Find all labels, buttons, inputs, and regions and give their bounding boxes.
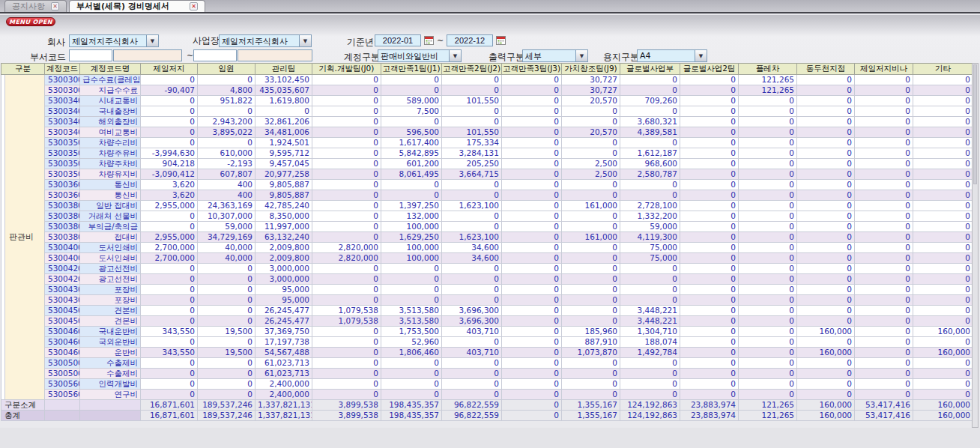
value-cell[interactable]: 3,664,715 <box>442 169 502 180</box>
value-cell[interactable]: 0 <box>797 169 855 180</box>
value-cell[interactable]: 0 <box>855 295 913 306</box>
value-cell[interactable]: 0 <box>913 169 973 180</box>
value-cell[interactable]: 0 <box>680 211 739 222</box>
account-code-cell[interactable]: 53003600 <box>45 190 80 201</box>
value-cell[interactable]: 54,567,488 <box>255 348 312 358</box>
value-cell[interactable]: 0 <box>442 222 502 232</box>
value-cell[interactable]: 0 <box>739 127 797 138</box>
value-cell[interactable]: 0 <box>680 75 739 85</box>
value-cell[interactable]: 0 <box>739 180 797 190</box>
account-name-cell[interactable]: 연구비 <box>80 390 141 400</box>
value-cell[interactable]: 189,537,246 <box>198 411 255 421</box>
value-cell[interactable]: 0 <box>680 379 739 390</box>
value-cell[interactable]: 40,000 <box>198 253 255 264</box>
table-row[interactable]: 53004500견본비0026,245,4771,079,5383,513,58… <box>1 316 973 327</box>
subtotal-row[interactable]: 구분소계16,871,601189,537,2461,337,821,1313,… <box>1 400 973 411</box>
account-name-cell[interactable]: 포장비 <box>80 285 141 295</box>
value-cell[interactable]: 0 <box>913 85 973 96</box>
value-cell[interactable]: -3,090,412 <box>141 169 198 180</box>
value-cell[interactable]: 0 <box>141 285 198 295</box>
value-cell[interactable]: 0 <box>442 211 502 222</box>
value-cell[interactable]: 0 <box>562 358 620 369</box>
value-cell[interactable]: 0 <box>381 180 442 190</box>
value-cell[interactable]: 607,807 <box>198 169 255 180</box>
value-cell[interactable]: 0 <box>855 106 913 117</box>
account-name-cell[interactable]: 수출제비 <box>80 369 141 379</box>
value-cell[interactable]: 0 <box>442 295 502 306</box>
value-cell[interactable]: 0 <box>797 285 855 295</box>
value-cell[interactable]: 9,805,887 <box>255 180 312 190</box>
value-cell[interactable]: 0 <box>680 390 739 400</box>
value-cell[interactable]: 0 <box>562 369 620 379</box>
table-row[interactable]: 53003402국내출장비00007,500000000000 <box>1 106 973 117</box>
value-cell[interactable]: 0 <box>502 306 562 316</box>
value-cell[interactable]: 0 <box>502 369 562 379</box>
value-cell[interactable]: 0 <box>381 274 442 285</box>
value-cell[interactable]: 3,899,538 <box>312 411 381 421</box>
value-cell[interactable]: 0 <box>312 264 381 274</box>
value-cell[interactable]: 2,700,000 <box>141 253 198 264</box>
table-row[interactable]: 53004200광고선전비003,000,00000000000000 <box>1 264 973 274</box>
value-cell[interactable]: 2,728,100 <box>620 201 680 211</box>
grand-total-row[interactable]: 총계16,871,601189,537,2461,337,821,1313,89… <box>1 411 973 421</box>
account-code-cell[interactable]: 53005000 <box>45 358 80 369</box>
value-cell[interactable]: 1,619,800 <box>255 96 312 106</box>
value-cell[interactable]: 3,696,300 <box>442 316 502 327</box>
value-cell[interactable]: 10,307,000 <box>198 211 255 222</box>
value-cell[interactable]: 0 <box>913 379 973 390</box>
value-cell[interactable]: 0 <box>502 411 562 421</box>
value-cell[interactable]: 0 <box>680 316 739 327</box>
value-cell[interactable]: 589,000 <box>381 96 442 106</box>
value-cell[interactable]: 0 <box>502 211 562 222</box>
value-cell[interactable]: 0 <box>502 232 562 243</box>
value-cell[interactable]: 0 <box>442 390 502 400</box>
value-cell[interactable]: 0 <box>312 358 381 369</box>
value-cell[interactable]: 42,785,240 <box>255 201 312 211</box>
value-cell[interactable]: 0 <box>312 180 381 190</box>
value-cell[interactable]: 0 <box>739 348 797 358</box>
value-cell[interactable]: 160,000 <box>797 348 855 358</box>
value-cell[interactable]: 0 <box>797 106 855 117</box>
value-cell[interactable]: 0 <box>141 379 198 390</box>
value-cell[interactable]: 0 <box>502 274 562 285</box>
value-cell[interactable]: 0 <box>562 274 620 285</box>
table-row[interactable]: 53003803부의금/축의금059,00011,997,0000100,000… <box>1 222 973 232</box>
menu-open-button[interactable]: MENU OPEN <box>6 17 55 26</box>
value-cell[interactable]: 0 <box>739 274 797 285</box>
value-cell[interactable]: 0 <box>913 148 973 159</box>
value-cell[interactable]: 0 <box>312 169 381 180</box>
value-cell[interactable]: 0 <box>855 327 913 337</box>
value-cell[interactable]: 1,304,710 <box>620 327 680 337</box>
account-name-cell[interactable]: 국외운반비 <box>80 337 141 348</box>
value-cell[interactable]: -3,994,630 <box>141 148 198 159</box>
account-name-cell[interactable]: 부의금/축의금 <box>80 222 141 232</box>
value-cell[interactable]: 0 <box>198 285 255 295</box>
account-code-cell[interactable]: 53003802 <box>45 211 80 222</box>
account-name-cell[interactable]: 차량주유비 <box>80 148 141 159</box>
account-name-cell[interactable]: 차량유지비 <box>80 169 141 180</box>
value-cell[interactable]: 0 <box>620 264 680 274</box>
value-cell[interactable]: 61,023,713 <box>255 369 312 379</box>
value-cell[interactable]: 2,009,800 <box>255 253 312 264</box>
value-cell[interactable]: 0 <box>620 369 680 379</box>
value-cell[interactable]: 175,334 <box>442 138 502 148</box>
value-cell[interactable]: 0 <box>312 285 381 295</box>
period-to-input[interactable] <box>447 34 493 46</box>
value-cell[interactable]: 17,197,738 <box>255 337 312 348</box>
value-cell[interactable]: 75,000 <box>620 243 680 253</box>
value-cell[interactable]: 9,595,712 <box>255 148 312 159</box>
value-cell[interactable]: 0 <box>913 295 973 306</box>
value-cell[interactable]: 160,000 <box>913 327 973 337</box>
value-cell[interactable]: 124,192,863 <box>620 411 680 421</box>
account-code-cell[interactable]: 53003403 <box>45 117 80 127</box>
value-cell[interactable]: 0 <box>198 274 255 285</box>
account-code-cell[interactable]: 53003000 <box>45 85 80 96</box>
value-cell[interactable]: 0 <box>620 180 680 190</box>
account-name-cell[interactable]: 차량수리비 <box>80 138 141 148</box>
value-cell[interactable]: 0 <box>502 75 562 85</box>
account-code-cell[interactable]: 53004000 <box>45 253 80 264</box>
value-cell[interactable]: 0 <box>680 274 739 285</box>
value-cell[interactable]: 63,132,240 <box>255 232 312 243</box>
value-cell[interactable]: 0 <box>680 243 739 253</box>
value-cell[interactable]: 0 <box>381 190 442 201</box>
